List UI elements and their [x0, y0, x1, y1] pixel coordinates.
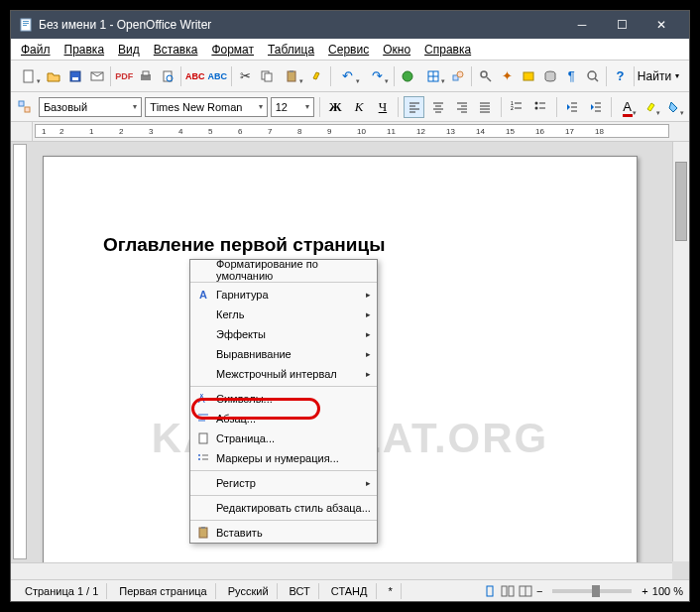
table-button[interactable]	[419, 65, 447, 87]
align-center-button[interactable]	[427, 96, 448, 118]
autospell-button[interactable]: ABC	[206, 65, 228, 87]
decrease-indent-button[interactable]	[562, 96, 583, 118]
cut-button[interactable]: ✂	[235, 65, 256, 87]
ctx-alignment[interactable]: Выравнивание	[190, 344, 377, 364]
font-color-button[interactable]: A	[617, 96, 638, 118]
character-icon: Ä	[194, 393, 212, 405]
print-button[interactable]	[136, 65, 157, 87]
email-button[interactable]	[86, 65, 107, 87]
find-replace-button[interactable]	[475, 65, 496, 87]
menu-window[interactable]: Окно	[377, 41, 416, 59]
gallery-button[interactable]	[519, 65, 539, 87]
menu-help[interactable]: Справка	[418, 41, 477, 59]
numbering-button[interactable]: 12	[507, 96, 527, 118]
titlebar: Без имени 1 - OpenOffice Writer ─ ☐ ✕	[11, 11, 689, 39]
menu-edit[interactable]: Правка	[58, 41, 111, 59]
spellcheck-button[interactable]: ABC	[184, 65, 206, 87]
zoom-out-icon[interactable]: −	[536, 585, 542, 597]
menu-table[interactable]: Таблица	[262, 41, 320, 59]
align-justify-button[interactable]	[475, 96, 496, 118]
ctx-case[interactable]: Регистр	[190, 473, 377, 493]
font-name-combo[interactable]: Times New Roman▾	[145, 97, 267, 117]
svg-rect-28	[19, 101, 24, 106]
find-label: Найти	[638, 69, 671, 83]
minimize-button[interactable]: ─	[562, 11, 602, 39]
menu-format[interactable]: Формат	[205, 41, 260, 59]
context-menu: Форматирование по умолчанию A Гарнитура …	[189, 259, 378, 544]
save-button[interactable]	[65, 65, 86, 87]
redo-button[interactable]: ↷	[363, 65, 391, 87]
ctx-linespacing[interactable]: Межстрочный интервал	[190, 364, 377, 384]
svg-rect-69	[199, 528, 207, 538]
paste-button[interactable]	[278, 65, 305, 87]
highlight-button[interactable]	[641, 96, 661, 118]
menu-view[interactable]: Вид	[112, 41, 146, 59]
status-style[interactable]: Первая страница	[111, 583, 215, 599]
app-window: Без имени 1 - OpenOffice Writer ─ ☐ ✕ Фа…	[10, 10, 690, 602]
vertical-scrollbar[interactable]	[672, 142, 689, 561]
menu-insert[interactable]: Вставка	[148, 41, 204, 59]
vertical-ruler[interactable]	[13, 144, 27, 559]
bullets-button[interactable]	[530, 96, 551, 118]
align-right-button[interactable]	[451, 96, 472, 118]
ctx-character[interactable]: Ä Символы...	[190, 389, 377, 409]
ctx-default-formatting[interactable]: Форматирование по умолчанию	[190, 260, 377, 280]
format-paintbrush-button[interactable]	[306, 65, 327, 87]
zoom-in-icon[interactable]: +	[642, 585, 647, 597]
svg-point-16	[403, 71, 412, 81]
status-mode[interactable]: СТАНД	[323, 583, 377, 599]
nonprinting-button[interactable]: ¶	[561, 65, 582, 87]
bold-button[interactable]: Ж	[325, 96, 346, 118]
app-icon	[19, 18, 33, 32]
paragraph-style-combo[interactable]: Базовый▾	[39, 97, 142, 117]
hyperlink-button[interactable]	[398, 65, 418, 87]
ctx-bullets[interactable]: Маркеры и нумерация...	[190, 448, 377, 468]
format-toolbar: Базовый▾ Times New Roman▾ 12▾ Ж К Ч 12 A	[11, 92, 689, 122]
align-left-button[interactable]	[404, 96, 424, 118]
increase-indent-button[interactable]	[585, 96, 606, 118]
zoom-slider[interactable]	[552, 589, 632, 593]
show-draw-button[interactable]	[448, 65, 469, 87]
italic-button[interactable]: К	[349, 96, 370, 118]
zoom-button[interactable]	[583, 65, 604, 87]
view-single-icon[interactable]	[483, 585, 497, 597]
horizontal-scrollbar[interactable]	[11, 562, 672, 579]
ctx-font[interactable]: A Гарнитура	[190, 285, 377, 305]
svg-rect-4	[24, 70, 33, 82]
export-pdf-button[interactable]: PDF	[114, 65, 135, 87]
ctx-edit-style[interactable]: Редактировать стиль абзаца...	[190, 498, 377, 518]
find-dropdown-icon[interactable]: ▾	[675, 71, 679, 80]
open-button[interactable]	[44, 65, 64, 87]
preview-button[interactable]	[157, 65, 177, 87]
status-insert[interactable]: ВСТ	[282, 583, 319, 599]
view-book-icon[interactable]	[519, 585, 532, 597]
maximize-button[interactable]: ☐	[602, 11, 642, 39]
background-color-button[interactable]	[664, 96, 685, 118]
ctx-paragraph[interactable]: Абзац...	[190, 409, 377, 428]
navigator-button[interactable]: ✦	[497, 65, 518, 87]
svg-rect-6	[72, 77, 78, 80]
undo-button[interactable]: ↶	[334, 65, 362, 87]
close-button[interactable]: ✕	[642, 11, 681, 39]
document-heading: Оглавление первой страницы	[103, 234, 577, 256]
new-button[interactable]	[15, 65, 43, 87]
datasources-button[interactable]	[539, 65, 560, 87]
ctx-page[interactable]: Страница...	[190, 428, 377, 448]
menu-tools[interactable]: Сервис	[322, 41, 375, 59]
status-page[interactable]: Страница 1 / 1	[17, 583, 107, 599]
svg-rect-72	[502, 586, 507, 596]
help-button[interactable]: ?	[610, 65, 631, 87]
copy-button[interactable]	[257, 65, 278, 87]
view-multi-icon[interactable]	[501, 585, 515, 597]
styles-button[interactable]	[15, 96, 36, 118]
underline-button[interactable]: Ч	[372, 96, 393, 118]
font-size-combo[interactable]: 12▾	[271, 97, 314, 117]
status-sig[interactable]: *	[381, 583, 402, 599]
ctx-size[interactable]: Кегль	[190, 305, 377, 324]
ctx-paste[interactable]: Вставить	[190, 523, 377, 543]
zoom-value[interactable]: 100 %	[652, 585, 683, 597]
menu-file[interactable]: Файл	[15, 41, 57, 59]
status-lang[interactable]: Русский	[220, 583, 278, 599]
ctx-effects[interactable]: Эффекты	[190, 324, 377, 344]
horizontal-ruler[interactable]: 1 2 1 2 3 4 5 6 7 8 9 10 11 12 13 14 15 …	[35, 124, 669, 138]
